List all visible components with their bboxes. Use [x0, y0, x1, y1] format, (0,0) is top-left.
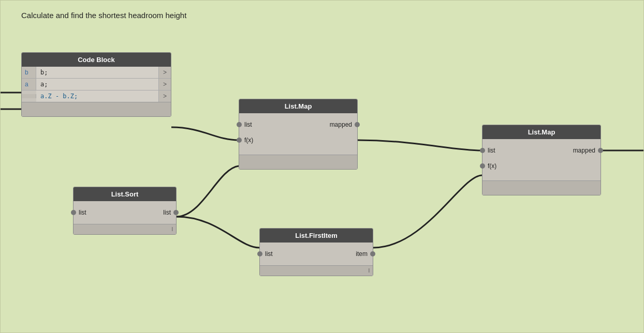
list-sort-list-in-connector	[71, 210, 76, 215]
list-map1-fx-in	[237, 138, 242, 143]
list-sort-header: List.Sort	[74, 187, 176, 201]
list-sort-footer-text: l	[172, 226, 173, 232]
code-arrow-b[interactable]: >	[158, 67, 171, 78]
code-label-b: b	[22, 67, 36, 78]
list-sort-body: list list	[74, 201, 176, 224]
list-map-2-fx-port: f(x)	[482, 161, 601, 171]
list-firstitem-item-out	[370, 251, 375, 256]
list-map-1-footer	[239, 155, 357, 169]
list-map1-mapped-out	[355, 122, 360, 127]
code-block-header: Code Block	[22, 53, 171, 67]
code-row-expr: a.Z - b.Z; >	[22, 90, 171, 102]
list-map-1-fx-label: f(x)	[239, 135, 258, 145]
code-row-a: a a; >	[22, 79, 171, 90]
list-firstitem-header: List.FirstItem	[260, 229, 373, 243]
list-firstitem-body: list item	[260, 243, 373, 265]
list-map-1-fx-port: f(x)	[239, 135, 357, 145]
list-map-1-header: List.Map	[239, 99, 357, 113]
list-firstitem-list-label: list	[260, 249, 278, 259]
list-firstitem-list-in	[257, 251, 262, 256]
list-sort-list-out-connector	[173, 210, 179, 215]
code-label-a: a	[22, 79, 36, 90]
list-map-2-footer	[482, 180, 601, 195]
list-map-1-list-label: list	[239, 119, 257, 130]
list-map-1-node: List.Map list mapped f(x)	[239, 99, 358, 170]
list-sort-list-port: list list	[74, 207, 176, 218]
code-block-footer	[22, 102, 171, 116]
list-sort-node: List.Sort list list l	[73, 187, 177, 235]
list-map-2-list-label: list	[482, 145, 501, 156]
code-arrow-a[interactable]: >	[158, 79, 171, 90]
list-map-2-mapped-label: mapped	[568, 145, 601, 156]
list-sort-footer: l	[74, 224, 176, 234]
list-map-2-body: list mapped f(x)	[482, 139, 601, 180]
list-map-1-list-port: list mapped	[239, 119, 357, 130]
list-map-2-node: List.Map list mapped f(x)	[482, 125, 601, 195]
code-row-b: b b; >	[22, 67, 171, 79]
list-map-1-body: list mapped f(x)	[239, 113, 357, 155]
list-firstitem-footer-text: l	[369, 268, 370, 274]
list-map-2-list-port: list mapped	[482, 145, 601, 156]
list-map-2-fx-label: f(x)	[482, 161, 502, 171]
code-label-expr	[22, 94, 36, 98]
list-map2-mapped-out	[598, 148, 603, 153]
list-firstitem-item-label: item	[350, 249, 373, 259]
list-firstitem-list-port: list item	[260, 249, 373, 259]
list-map2-fx-in	[480, 163, 485, 169]
list-map1-list-in	[237, 122, 242, 127]
list-map-1-mapped-label: mapped	[325, 119, 357, 130]
canvas-title: Calculate and find the shortest headroom…	[21, 11, 186, 20]
code-text-expr: a.Z - b.Z;	[36, 90, 158, 102]
code-text-a: a;	[36, 79, 158, 90]
code-block-body: b b; > a a; > a.Z - b.Z; >	[22, 67, 171, 102]
main-canvas: Calculate and find the shortest headroom…	[0, 0, 644, 333]
code-arrow-expr[interactable]: >	[158, 90, 171, 102]
list-firstitem-footer: l	[260, 265, 373, 276]
list-firstitem-node: List.FirstItem list item l	[259, 228, 373, 276]
list-map-2-header: List.Map	[482, 125, 601, 139]
code-block-node: Code Block b b; > a a; > a.Z - b.Z; >	[21, 52, 171, 117]
list-sort-list-label: list	[74, 207, 92, 218]
list-map2-list-in	[480, 148, 485, 153]
code-text-b: b;	[36, 67, 158, 78]
